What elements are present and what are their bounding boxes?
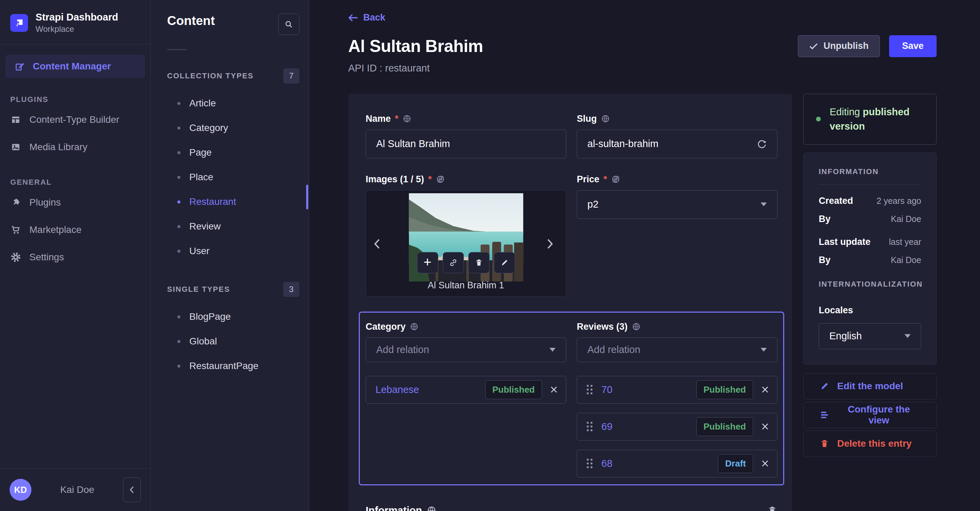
status-badge: Draft [718, 454, 753, 473]
info-row-updated-by: By Kai Doe [819, 255, 921, 265]
chevron-down-icon [760, 348, 767, 351]
component-field-information: Information [366, 505, 777, 511]
puzzle-icon [10, 197, 21, 208]
required-asterisk: * [603, 174, 607, 185]
back-link[interactable]: Back [348, 12, 385, 23]
edit-model-button[interactable]: Edit the model [803, 373, 937, 399]
save-button[interactable]: Save [889, 35, 937, 57]
field-slug: Slug al-sultan-brahim [577, 113, 777, 158]
information-title: INFORMATION [819, 167, 921, 176]
sidebar-item-review[interactable]: Review [151, 214, 309, 239]
drag-handle-icon[interactable] [587, 422, 592, 431]
subnav-title: Content [167, 14, 215, 28]
sidebar-item-content-type-builder[interactable]: Content-Type Builder [0, 106, 150, 133]
sidebar-item-marketplace[interactable]: Marketplace [0, 216, 150, 244]
name-input[interactable]: Al Sultan Brahim [366, 129, 566, 158]
info-row-created: Created 2 years ago [819, 196, 921, 206]
review-relation-item: 70 Published [577, 376, 777, 404]
remove-relation-button[interactable] [549, 385, 558, 394]
category-add-relation-select[interactable]: Add relation [366, 338, 566, 362]
field-price: Price* p2 [577, 174, 777, 297]
relation-link[interactable]: 68 [601, 458, 718, 469]
globe-icon [632, 322, 641, 331]
bullet-icon [177, 250, 180, 253]
relation-link[interactable]: 70 [601, 384, 697, 395]
globe-slashed-icon [611, 175, 620, 184]
relation-link[interactable]: 69 [601, 421, 697, 432]
user-name: Kai Doe [32, 484, 123, 495]
review-relation-item: 69 Published [577, 413, 777, 441]
remove-relation-button[interactable] [760, 459, 770, 468]
close-icon [549, 385, 558, 394]
field-images: Images (1 / 5)* [366, 174, 566, 297]
plus-icon: + [423, 255, 431, 269]
globe-icon [427, 506, 436, 511]
status-badge: Published [697, 417, 753, 436]
pen-write-icon [14, 61, 25, 72]
layout-icon [10, 114, 21, 125]
workspace-brand[interactable]: Strapi Dashboard Workplace [0, 0, 150, 44]
sidebar-item-restaurant[interactable]: Restaurant [151, 190, 309, 214]
gear-icon [10, 252, 21, 263]
scrollbar-thumb[interactable] [306, 185, 308, 209]
chevron-down-icon [549, 348, 555, 351]
sidebar-item-settings[interactable]: Settings [0, 244, 150, 271]
drag-handle-icon[interactable] [587, 385, 592, 394]
sidebar-item-media-library[interactable]: Media Library [0, 133, 150, 161]
sidebar-item-category[interactable]: Category [151, 116, 309, 140]
copy-link-button[interactable] [442, 252, 464, 273]
search-icon [284, 20, 293, 29]
delete-component-button[interactable] [767, 505, 777, 511]
relation-link[interactable]: Lebanese [375, 384, 485, 395]
remove-relation-button[interactable] [760, 385, 770, 394]
sidebar-item-user[interactable]: User [151, 239, 309, 263]
bullet-icon [177, 126, 180, 129]
main-sidebar: Strapi Dashboard Workplace Content Manag… [0, 0, 151, 511]
bullet-icon [177, 365, 180, 368]
page-title: Al Sultan Brahim [348, 36, 483, 56]
arrow-left-icon [348, 13, 358, 22]
regenerate-slug-button[interactable] [757, 139, 767, 149]
sidebar-item-blogpage[interactable]: BlogPage [151, 304, 309, 329]
entry-form-card: Name* Al Sultan Brahim Slug [348, 94, 792, 511]
collapse-sidebar-button[interactable] [123, 477, 141, 502]
list-settings-icon [819, 410, 830, 420]
edit-image-button[interactable] [494, 252, 515, 273]
configure-view-button[interactable]: Configure the view [803, 402, 937, 428]
strapi-logo-icon [10, 14, 28, 32]
pencil-icon [500, 258, 509, 267]
add-image-button[interactable]: + [417, 252, 438, 273]
sidebar-item-restaurantpage[interactable]: RestaurantPage [151, 354, 309, 378]
delete-image-button[interactable] [468, 252, 489, 273]
carousel-prev-button[interactable] [373, 236, 387, 252]
trash-icon [474, 258, 483, 267]
sidebar-item-global[interactable]: Global [151, 329, 309, 354]
globe-icon [601, 114, 610, 123]
sidebar-item-place[interactable]: Place [151, 165, 309, 190]
locale-select[interactable]: English [819, 323, 921, 349]
remove-relation-button[interactable] [760, 422, 770, 431]
bullet-icon [177, 102, 180, 105]
price-select[interactable]: p2 [577, 190, 777, 219]
entry-side-panel: Editing published version INFORMATION Cr… [803, 94, 937, 457]
bullet-icon [177, 225, 180, 228]
trash-icon [819, 439, 830, 449]
reviews-add-relation-select[interactable]: Add relation [577, 338, 777, 362]
drag-handle-icon[interactable] [587, 459, 592, 468]
collection-types-count-badge: 7 [283, 69, 299, 83]
delete-entry-button[interactable]: Delete this entry [803, 431, 937, 457]
sidebar-item-page[interactable]: Page [151, 140, 309, 165]
carousel-next-button[interactable] [546, 236, 559, 252]
bullet-icon [177, 200, 180, 203]
slug-input[interactable]: al-sultan-brahim [577, 129, 777, 158]
search-button[interactable] [278, 14, 299, 35]
sidebar-item-plugins[interactable]: Plugins [0, 189, 150, 216]
required-asterisk: * [395, 113, 399, 124]
link-icon [448, 258, 458, 267]
unpublish-button[interactable]: Unpublish [798, 35, 880, 57]
image-action-toolbar: + [417, 252, 515, 273]
avatar[interactable]: KD [10, 479, 32, 501]
close-icon [760, 459, 770, 468]
sidebar-item-article[interactable]: Article [151, 91, 309, 116]
sidebar-item-content-manager[interactable]: Content Manager [5, 55, 145, 78]
